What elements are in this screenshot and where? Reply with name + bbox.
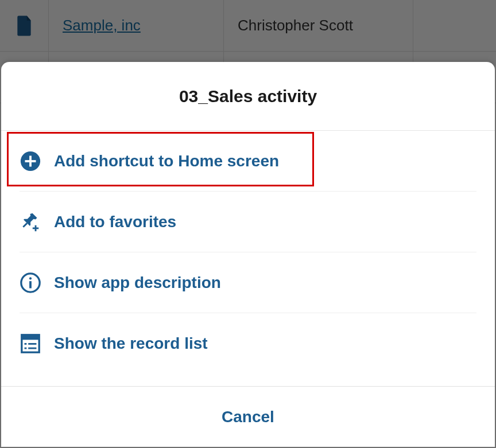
menu-item-label: Show the record list	[54, 334, 208, 353]
svg-rect-2	[25, 160, 36, 162]
sheet-header: 03_Sales activity	[1, 62, 495, 131]
menu-item-add-shortcut[interactable]: Add shortcut to Home screen	[20, 131, 476, 192]
menu-item-show-record-list[interactable]: Show the record list	[20, 313, 476, 374]
sheet-title: 03_Sales activity	[179, 87, 317, 106]
svg-rect-13	[25, 348, 27, 349]
action-sheet: 03_Sales activity Add shortcut to Home s…	[1, 62, 495, 447]
sheet-body: Add shortcut to Home screen Add to favor…	[1, 131, 495, 386]
list-icon	[20, 333, 41, 354]
menu-item-label: Add shortcut to Home screen	[54, 152, 279, 170]
menu-item-add-favorites[interactable]: Add to favorites	[20, 192, 476, 252]
svg-rect-5	[33, 227, 38, 229]
menu-item-label: Show app description	[54, 274, 221, 292]
cancel-label: Cancel	[222, 408, 274, 426]
svg-rect-3	[22, 223, 28, 228]
svg-point-7	[29, 277, 32, 279]
menu-item-show-description[interactable]: Show app description	[20, 252, 476, 313]
info-icon	[20, 272, 41, 294]
plus-circle-icon	[20, 150, 41, 172]
svg-rect-12	[28, 343, 36, 345]
pin-plus-icon	[20, 211, 41, 233]
svg-rect-14	[28, 348, 36, 349]
cancel-button[interactable]: Cancel	[1, 386, 495, 447]
svg-rect-11	[25, 343, 27, 345]
svg-rect-8	[29, 281, 32, 288]
svg-rect-10	[22, 335, 39, 340]
menu-item-label: Add to favorites	[54, 213, 176, 231]
